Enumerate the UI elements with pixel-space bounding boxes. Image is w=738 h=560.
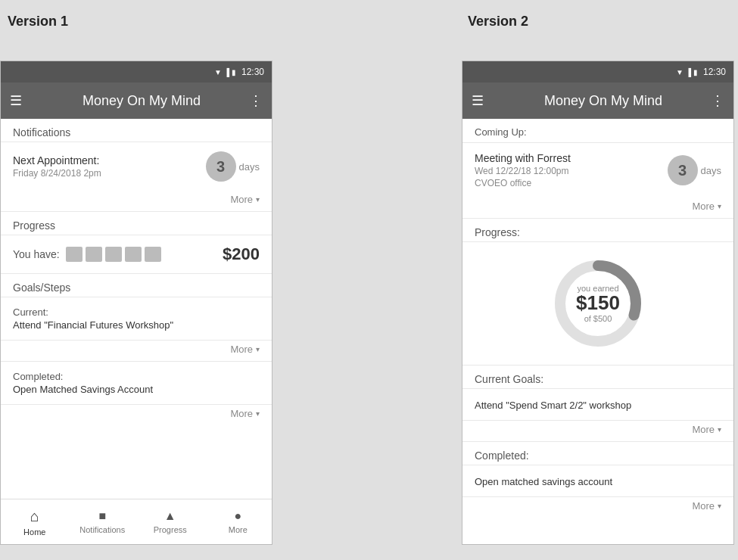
version2-label: Version 2 xyxy=(468,14,528,30)
donut-chart: you earned $150 of $500 xyxy=(549,254,647,353)
battery-icon-v2 xyxy=(693,67,698,76)
goals-header-v1: Goals/Steps xyxy=(1,274,272,297)
completed-label-v1: Completed: xyxy=(13,371,260,382)
completed-header-v2: Completed: xyxy=(462,442,733,465)
meeting-info: Meeting with Forrest Wed 12/22/18 12:00p… xyxy=(475,152,668,188)
nav-progress[interactable]: ▲ Progress xyxy=(136,499,204,544)
bottom-nav-v1: ⌂ Home ■ Notifications ▲ Progress ● More xyxy=(1,499,272,544)
wifi-icon xyxy=(214,67,222,76)
menu-icon-v1[interactable]: ☰ xyxy=(10,92,22,109)
time-v1: 12:30 xyxy=(241,67,264,77)
donut-of-label: of $500 xyxy=(576,314,620,323)
chart-icon: ▲ xyxy=(164,509,176,523)
appointment-subtitle: Friday 8/24/2018 2pm xyxy=(13,168,206,179)
app-bar-v1: ☰ Money On My Mind ⋮ xyxy=(1,82,272,119)
meeting-card: Meeting with Forrest Wed 12/22/18 12:00p… xyxy=(462,143,733,198)
phone2-frame: 12:30 ☰ Money On My Mind ⋮ Coming Up: Me… xyxy=(462,61,734,545)
chevron-down-icon-3: ▾ xyxy=(256,409,260,418)
progress-row-v1: You have: $200 xyxy=(1,235,272,273)
donut-amount-value: $150 xyxy=(576,293,620,313)
time-v2: 12:30 xyxy=(703,67,726,77)
chevron-down-icon-v2-1: ▾ xyxy=(718,202,721,210)
version1-label: Version 1 xyxy=(8,14,68,30)
bar-seg-5 xyxy=(145,247,161,262)
notifications-header: Notifications xyxy=(1,119,272,142)
more-button-v2-1[interactable]: More▾ xyxy=(462,198,733,218)
days-label-v2: days xyxy=(701,165,721,176)
more-button-2[interactable]: More▾ xyxy=(1,341,272,361)
chevron-down-icon-v2-3: ▾ xyxy=(718,502,721,510)
progress-header-v2: Progress: xyxy=(462,219,733,241)
battery-icon xyxy=(232,67,236,76)
coming-up-header: Coming Up: xyxy=(462,119,733,138)
nav-home-label: Home xyxy=(23,527,45,537)
completed-card-v2: Open matched savings account xyxy=(462,465,733,497)
home-icon: ⌂ xyxy=(30,508,39,525)
app-title-v2: Money On My Mind xyxy=(496,93,711,109)
completed-value-v2: Open matched savings account xyxy=(475,476,721,487)
nav-more-label: More xyxy=(229,525,248,534)
completed-goal-card: Completed: Open Matched Savings Account xyxy=(1,362,272,405)
meeting-title: Meeting with Forrest xyxy=(475,152,668,164)
current-value-v1: Attend "Financial Futures Workshop" xyxy=(13,319,260,331)
days-circle-v2: 3 xyxy=(668,155,698,185)
current-goal-card-v2: Attend "Spend Smart 2/2" workshop xyxy=(462,389,733,421)
status-icons-v2: 12:30 xyxy=(676,67,726,77)
appointment-info: Next Appointment: Friday 8/24/2018 2pm xyxy=(13,154,206,179)
app-title-v1: Money On My Mind xyxy=(34,93,249,109)
nav-progress-label: Progress xyxy=(154,525,187,534)
completed-value-v1: Open Matched Savings Account xyxy=(13,384,260,395)
more-button-v2-2[interactable]: More▾ xyxy=(462,421,733,441)
bar-seg-1 xyxy=(66,247,83,262)
donut-container: you earned $150 of $500 xyxy=(462,242,733,365)
bar-seg-3 xyxy=(105,247,122,262)
nav-notifications[interactable]: ■ Notifications xyxy=(69,499,137,544)
bar-seg-2 xyxy=(86,247,102,262)
more-icon-v2[interactable]: ⋮ xyxy=(711,92,724,109)
more-button-3[interactable]: More▾ xyxy=(1,405,272,425)
circle-icon: ● xyxy=(234,509,241,523)
nav-notifications-label: Notifications xyxy=(79,525,125,534)
chevron-down-icon-v2-2: ▾ xyxy=(718,425,721,434)
more-button-v2-3[interactable]: More▾ xyxy=(462,497,733,518)
progress-header-v1: Progress xyxy=(1,212,272,235)
signal-icon-v2 xyxy=(686,67,691,76)
content-v1: Notifications Next Appointment: Friday 8… xyxy=(1,119,272,499)
progress-amount-v1: $200 xyxy=(223,244,260,264)
nav-home[interactable]: ⌂ Home xyxy=(1,499,69,544)
donut-center-text: you earned $150 of $500 xyxy=(576,284,620,323)
menu-icon-v2[interactable]: ☰ xyxy=(472,92,484,109)
app-bar-v2: ☰ Money On My Mind ⋮ xyxy=(462,82,733,119)
nav-more[interactable]: ● More xyxy=(204,499,272,544)
progress-label-v1: You have: xyxy=(13,248,60,260)
days-label-v1: days xyxy=(239,161,260,173)
chevron-down-icon-2: ▾ xyxy=(256,345,260,353)
days-circle-v1: 3 xyxy=(206,151,236,182)
bar-seg-4 xyxy=(125,247,142,262)
current-label-v1: Current: xyxy=(13,306,260,318)
meeting-subtitle1: Wed 12/22/18 12:00pm xyxy=(475,166,668,176)
status-bar-v1: 12:30 xyxy=(1,61,272,82)
wifi-icon-v2 xyxy=(676,67,684,76)
appointment-card: Next Appointment: Friday 8/24/2018 2pm 3… xyxy=(1,142,272,191)
meeting-subtitle2: CVOEO office xyxy=(475,178,668,188)
current-goal-value-v2: Attend "Spend Smart 2/2" workshop xyxy=(475,400,721,411)
days-badge-v1: 3 days xyxy=(206,151,260,182)
progress-bars-v1 xyxy=(66,247,161,262)
current-goal-card: Current: Attend "Financial Futures Works… xyxy=(1,297,272,341)
chevron-down-icon-1: ▾ xyxy=(256,195,260,204)
current-goals-header-v2: Current Goals: xyxy=(462,366,733,388)
phone1-frame: 12:30 ☰ Money On My Mind ⋮ Notifications… xyxy=(0,61,272,545)
status-bar-v2: 12:30 xyxy=(462,61,733,82)
more-icon-v1[interactable]: ⋮ xyxy=(249,92,263,109)
signal-icon xyxy=(224,67,229,76)
more-button-1[interactable]: More▾ xyxy=(1,191,272,211)
status-icons-v1: 12:30 xyxy=(214,67,264,77)
appointment-title: Next Appointment: xyxy=(13,154,206,166)
content-v2: Coming Up: Meeting with Forrest Wed 12/2… xyxy=(462,119,733,544)
days-badge-v2: 3 days xyxy=(668,155,721,185)
bell-icon: ■ xyxy=(98,509,106,523)
